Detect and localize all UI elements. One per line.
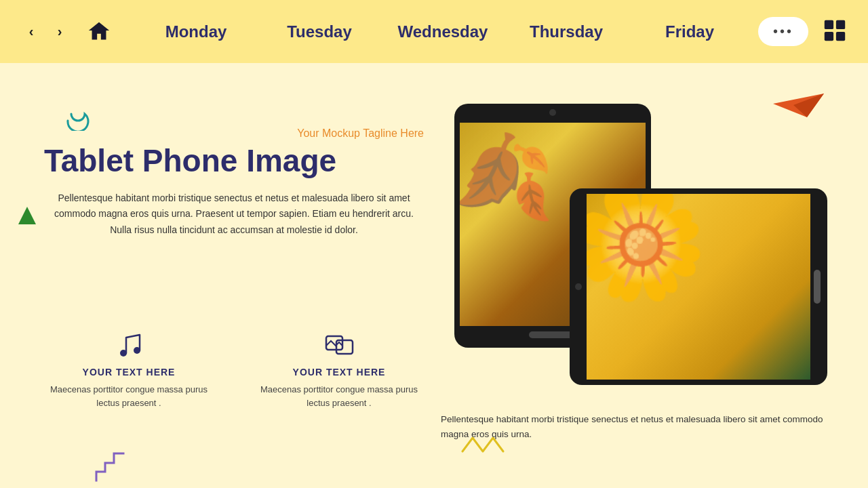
tablet-button <box>814 270 821 304</box>
nav-days: Monday Tuesday Wednesday Thursday Friday <box>134 16 751 48</box>
tablet-camera <box>575 283 582 290</box>
feature-music-desc: Maecenas porttitor congue massa purus le… <box>44 383 214 409</box>
main-description: Pellentesque habitant morbi tristique se… <box>44 190 424 239</box>
nav-day-friday[interactable]: Friday <box>628 16 751 48</box>
feature-gallery-desc: Maecenas porttitor congue massa purus le… <box>254 383 424 409</box>
next-button[interactable]: › <box>49 21 71 43</box>
tablet-screen <box>587 194 810 380</box>
svg-rect-3 <box>836 31 845 40</box>
prev-button[interactable]: ‹ <box>20 21 42 43</box>
feature-music-label: YOUR TEXT HERE <box>83 367 176 378</box>
more-button[interactable]: ••• <box>758 17 808 46</box>
feature-music: YOUR TEXT HERE Maecenas porttitor congue… <box>44 327 214 409</box>
music-icon <box>112 327 146 361</box>
svg-point-7 <box>120 350 127 357</box>
header: ‹ › Monday Tuesday Wednesday Thursday Fr… <box>0 0 868 63</box>
main-content: Your Mockup Tagline Here Tablet Phone Im… <box>0 63 868 488</box>
more-dots: ••• <box>773 24 793 39</box>
grid-button[interactable] <box>822 18 848 46</box>
svg-marker-4 <box>18 207 36 224</box>
gallery-icon <box>322 327 356 361</box>
main-title: Tablet Phone Image <box>44 144 424 178</box>
triangle-icon <box>17 205 37 228</box>
nav-day-thursday[interactable]: Thursday <box>505 16 628 48</box>
tablet-device <box>570 188 827 385</box>
nav-day-tuesday[interactable]: Tuesday <box>258 16 381 48</box>
svg-rect-0 <box>825 20 833 28</box>
feature-gallery-label: YOUR TEXT HERE <box>293 367 386 378</box>
nav-day-monday[interactable]: Monday <box>134 16 258 48</box>
tagline-text: Your Mockup Tagline Here <box>44 127 424 140</box>
svg-point-8 <box>134 347 140 354</box>
stair-purple-icon <box>95 448 129 485</box>
nav-arrows: ‹ › <box>20 21 71 43</box>
home-button[interactable] <box>84 17 114 47</box>
left-section: Your Mockup Tagline Here Tablet Phone Im… <box>44 127 424 239</box>
device-description: Pellentesque habitant morbi tristique se… <box>441 412 841 441</box>
svg-rect-1 <box>836 20 845 28</box>
paper-plane-icon <box>773 90 827 127</box>
nav-day-wednesday[interactable]: Wednesday <box>381 16 505 48</box>
tablet-screen-image <box>587 194 810 380</box>
svg-rect-2 <box>825 31 833 40</box>
features-row: YOUR TEXT HERE Maecenas porttitor congue… <box>44 327 424 409</box>
feature-gallery: YOUR TEXT HERE Maecenas porttitor congue… <box>254 327 424 409</box>
